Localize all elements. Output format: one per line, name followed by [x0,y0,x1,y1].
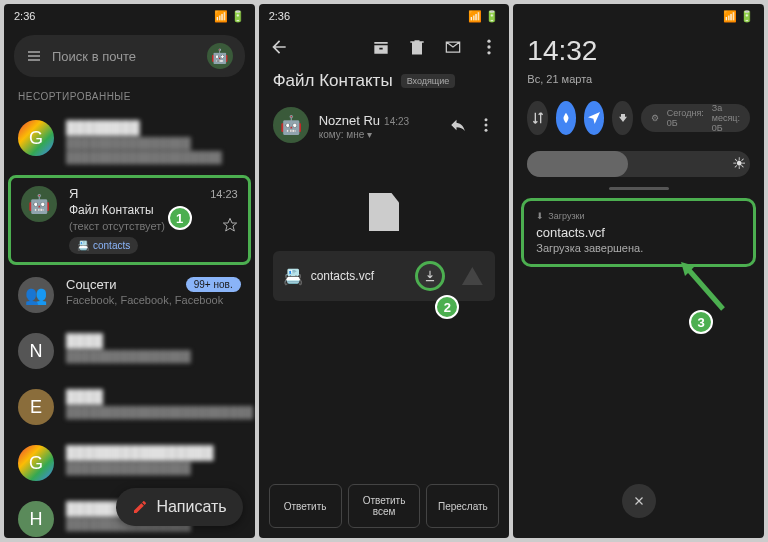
power-toggle[interactable] [612,101,632,135]
drive-icon[interactable] [459,263,485,289]
inbox-label: Входящие [401,74,456,88]
status-bar: 📶 🔋 [513,4,764,29]
svg-point-1 [488,45,491,48]
message-title: Файл Контакты Входящие [259,65,510,97]
svg-point-5 [485,129,488,132]
menu-icon[interactable] [26,48,42,64]
more-icon[interactable] [479,37,499,57]
status-bar: 2:36 📶 🔋 [259,4,510,29]
brightness-slider[interactable]: ☀ [527,151,750,177]
recipient[interactable]: кому: мне ▾ [319,129,440,140]
subject: Файл Контакты [69,203,154,217]
avatar[interactable]: 🤖 [207,43,233,69]
step-marker-3: 3 [689,310,713,334]
email-item[interactable]: G ████████ ████████████████ ████████████… [4,110,255,173]
download-notification[interactable]: ⬇ Загрузки contacts.vcf Загрузка заверше… [521,198,756,267]
notif-status: Загрузка завершена. [536,242,741,254]
reply-all-button[interactable]: Ответить всем [348,484,421,528]
avatar-icon: 🤖 [21,186,57,222]
notif-app: ⬇ Загрузки [536,211,741,221]
svg-point-4 [485,124,488,127]
delete-icon[interactable] [407,37,427,57]
clear-all-button[interactable] [622,484,656,518]
file-icon [369,193,399,231]
search-bar[interactable]: Поиск в почте 🤖 [14,35,245,77]
wifi-toggle[interactable] [556,101,576,135]
email-time: 14:23 [210,188,238,200]
filename: contacts.vcf [311,269,408,283]
reply-button[interactable]: Ответить [269,484,342,528]
attachment-area: 📇 contacts.vcf 2 [273,193,496,301]
step-marker-1: 1 [168,206,192,230]
sender-name: Noznet Ru [319,113,380,128]
message-toolbar [259,29,510,65]
reply-icon[interactable] [449,116,467,134]
avatar-icon: 👥 [18,277,54,313]
attachment-chip[interactable]: 📇 contacts [69,237,138,254]
pencil-icon [132,499,148,515]
sender: Я [69,186,78,201]
mail-icon[interactable] [443,37,463,57]
sun-icon: ☀ [732,154,752,174]
quick-settings: ⚙ Сегодня: 0Б За месяц: 0Б [513,95,764,141]
svg-point-3 [485,118,488,121]
more-icon[interactable] [477,116,495,134]
email-item-highlighted[interactable]: 🤖 Я 14:23 Файл Контакты (текст отсутству… [8,175,251,265]
back-icon[interactable] [269,37,289,57]
clock: 14:32 [513,29,764,73]
message-actions: Ответить Ответить всем Переслать [269,484,500,528]
status-bar: 2:36 📶 🔋 [4,4,255,29]
email-item[interactable]: E████████████████████████████ [4,379,255,435]
badge: 99+ нов. [186,277,241,292]
sender: Соцсети [66,277,116,292]
preview: (текст отсутствует) [69,220,165,232]
notif-title: contacts.vcf [536,225,741,240]
clock: 2:36 [14,10,35,23]
date: Вс, 21 марта [513,73,764,95]
email-item[interactable]: N████████████████████ [4,323,255,379]
status-icons: 📶 🔋 [214,10,245,23]
star-icon[interactable] [222,217,238,233]
step-marker-2: 2 [435,295,459,319]
download-button[interactable] [415,261,445,291]
sender-avatar: 🤖 [273,107,309,143]
search-placeholder: Поиск в почте [52,49,197,64]
preview: Facebook, Facebook, Facebook [66,294,241,306]
data-toggle[interactable] [527,101,547,135]
data-usage-pill[interactable]: ⚙ Сегодня: 0Б За месяц: 0Б [641,104,750,132]
gmail-message-screen: 2:36 📶 🔋 Файл Контакты Входящие 🤖 Noznet… [259,4,510,538]
email-item[interactable]: G████████████████████████████████ [4,435,255,491]
email-item-social[interactable]: 👥 Соцсети 99+ нов. Facebook, Facebook, F… [4,267,255,323]
svg-point-2 [488,51,491,54]
compose-button[interactable]: Написать [116,488,242,526]
notification-shade-screen: 📶 🔋 14:32 Вс, 21 марта ⚙ Сегодня: 0Б За … [513,4,764,538]
message-header: 🤖 Noznet Ru14:23 кому: мне ▾ [259,97,510,153]
gmail-inbox-screen: 2:36 📶 🔋 Поиск в почте 🤖 НЕСОРТИРОВАННЫЕ… [4,4,255,538]
drag-handle[interactable] [609,187,669,190]
section-header: НЕСОРТИРОВАННЫЕ [4,83,255,110]
location-toggle[interactable] [584,101,604,135]
archive-icon[interactable] [371,37,391,57]
svg-point-0 [488,40,491,43]
avatar-icon: G [18,120,54,156]
attachment-row[interactable]: 📇 contacts.vcf 2 [273,251,496,301]
arrow-annotation [673,254,733,314]
forward-button[interactable]: Переслать [426,484,499,528]
